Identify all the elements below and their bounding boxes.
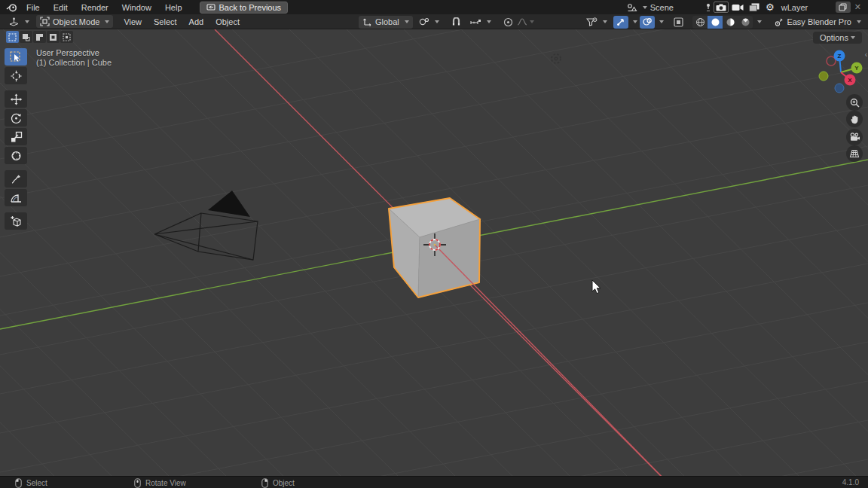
scene-canvas[interactable] — [0, 29, 868, 476]
sidebar-toggle-icon[interactable]: ‹ — [865, 50, 867, 59]
tool-shelf — [5, 48, 27, 231]
view-layer-name: wLayer — [781, 3, 808, 12]
shading-solid-button[interactable] — [708, 16, 723, 29]
tool-scale[interactable] — [5, 128, 27, 145]
chevron-down-icon — [105, 20, 109, 23]
falloff-curve-icon — [517, 17, 527, 26]
gizmo-x[interactable]: X — [845, 75, 856, 86]
overlays-toggle[interactable] — [640, 16, 655, 29]
close-icon[interactable]: ✕ — [852, 2, 863, 12]
hint-select-label: Select — [26, 479, 47, 487]
xray-icon — [674, 17, 683, 27]
tool-transform[interactable] — [5, 147, 27, 164]
hint-object: Object — [261, 477, 295, 488]
chevron-down-icon — [603, 20, 607, 23]
screen-back-icon — [206, 4, 215, 11]
tool-move[interactable] — [5, 90, 27, 108]
material-sphere-icon — [726, 17, 735, 27]
orientation-dropdown[interactable]: Global — [359, 16, 413, 29]
video-camera-icon[interactable] — [730, 4, 745, 11]
scene-selector[interactable]: Scene — [624, 2, 703, 14]
hint-rotate-view: Rotate View — [134, 477, 186, 488]
pivot-dropdown[interactable] — [415, 16, 443, 29]
addon-icon — [774, 17, 784, 27]
falloff-dropdown[interactable] — [518, 16, 533, 29]
gizmos-toggle[interactable] — [613, 16, 628, 29]
gizmo-neg-z[interactable] — [835, 84, 844, 93]
renderlayers-icon[interactable] — [747, 3, 762, 12]
navigation-gizmo[interactable]: Z Y X — [818, 50, 863, 95]
camera-view-button[interactable] — [846, 129, 863, 145]
chevron-down-icon[interactable] — [633, 20, 637, 23]
menu-edit[interactable]: Edit — [47, 2, 75, 14]
select-mode-set[interactable] — [6, 31, 19, 43]
tool-annotate[interactable] — [5, 170, 27, 188]
tool-measure[interactable] — [5, 189, 27, 206]
topbar: File Edit Render Window Help Back to Pre… — [0, 0, 868, 14]
tool-rotate[interactable] — [5, 109, 27, 127]
menu-view[interactable]: View — [118, 16, 148, 28]
select-mode-intersect[interactable] — [60, 31, 73, 43]
shading-material-button[interactable] — [723, 16, 738, 29]
menu-object[interactable]: Object — [209, 16, 246, 28]
gizmo-z[interactable]: Z — [834, 50, 845, 62]
menu-render[interactable]: Render — [75, 2, 115, 14]
shading-rendered-button[interactable] — [738, 16, 753, 29]
filter-eye-icon — [586, 17, 598, 26]
pan-button[interactable] — [846, 111, 863, 127]
select-mode-extend[interactable] — [20, 31, 32, 43]
zoom-button[interactable] — [846, 94, 863, 111]
blender-logo-icon[interactable] — [5, 2, 18, 13]
menu-help[interactable]: Help — [158, 2, 189, 14]
chevron-down-icon — [405, 20, 409, 23]
hint-rotate-view-label: Rotate View — [145, 479, 186, 487]
shading-wireframe-button[interactable] — [692, 16, 708, 29]
version-label: 4.1.0 — [842, 478, 859, 486]
copy-new-layer-icon[interactable] — [836, 2, 851, 13]
menu-file[interactable]: File — [20, 2, 47, 14]
tool-cursor[interactable] — [5, 67, 27, 84]
options-button[interactable]: Options — [813, 32, 862, 44]
menu-add[interactable]: Add — [183, 16, 210, 28]
snap-toggle[interactable] — [449, 16, 464, 29]
menu-window[interactable]: Window — [115, 2, 158, 14]
statusbar: Select Rotate View Object 4.1.0 — [0, 476, 868, 488]
tool-select-box[interactable] — [5, 48, 27, 66]
proportional-editing-toggle[interactable] — [501, 16, 516, 29]
addon-dropdown[interactable]: Easy Blender Pro — [770, 16, 865, 29]
xray-toggle[interactable] — [671, 16, 686, 29]
orientation-icon — [362, 17, 372, 26]
mouse-left-icon — [15, 478, 22, 488]
camera-icon[interactable] — [714, 2, 729, 13]
svg-text:Z: Z — [838, 53, 842, 59]
chevron-down-icon — [487, 20, 491, 23]
menu-select[interactable]: Select — [148, 16, 183, 28]
select-mode-group — [6, 31, 73, 43]
mode-dropdown[interactable]: Object Mode — [36, 15, 113, 28]
gear-icon[interactable]: ⚙ — [763, 2, 777, 12]
scene-name: Scene — [650, 3, 700, 12]
chevron-down-icon[interactable] — [757, 20, 762, 23]
chevron-down-icon — [435, 20, 439, 23]
chevron-down-icon — [851, 36, 855, 39]
mouse-pointer-icon — [591, 279, 602, 294]
snap-target-dropdown[interactable] — [466, 16, 495, 29]
show-object-types-dropdown[interactable] — [582, 16, 611, 29]
editor-type-button[interactable] — [5, 15, 33, 28]
topbar-right: Scene ⚙ wLayer ✕ — [624, 0, 868, 14]
back-to-previous-button[interactable]: Back to Previous — [200, 2, 289, 14]
tool-add-cube[interactable] — [5, 212, 27, 230]
view-layer-field[interactable]: wLayer — [778, 2, 834, 14]
gizmo-y[interactable]: Y — [851, 63, 863, 74]
select-mode-subtract[interactable] — [33, 31, 46, 43]
svg-text:Y: Y — [854, 65, 859, 72]
chevron-down-icon[interactable] — [659, 20, 664, 23]
pin-icon[interactable] — [704, 3, 712, 12]
gizmo-neg-y[interactable] — [819, 72, 828, 81]
viewport-header: Object Mode View Select Add Object Globa… — [0, 14, 868, 29]
orthographic-toggle-button[interactable] — [846, 145, 863, 162]
viewport-3d[interactable]: Options User Perspective (1) Collection … — [0, 29, 868, 476]
magnet-icon — [451, 17, 461, 27]
transform-controls: Global — [359, 15, 533, 29]
select-mode-invert[interactable] — [47, 31, 60, 43]
